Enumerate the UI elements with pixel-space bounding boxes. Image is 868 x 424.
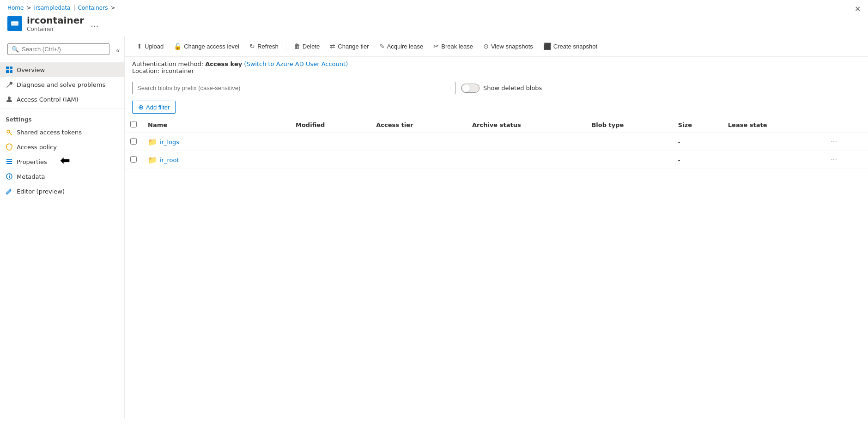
view-snapshots-label: View snapshots (491, 43, 533, 50)
row-checkbox-0[interactable] (130, 138, 137, 145)
sidebar-item-diagnose[interactable]: Diagnose and solve problems (0, 77, 124, 92)
row-menu-button-0[interactable]: ··· (828, 137, 840, 147)
acquire-lease-button[interactable]: ✎ Acquire lease (375, 40, 428, 53)
folder-icon-0: 📁 (148, 138, 157, 146)
svg-rect-4 (6, 70, 9, 73)
sidebar-item-metadata[interactable]: Metadata (0, 169, 124, 184)
location-value: ircontainer (162, 67, 194, 74)
sidebar: 🔍 « Overview Diagnose and solve problems (0, 36, 125, 418)
breadcrumb: Home > irsampledata | Containers > (0, 0, 868, 13)
snapshot-create-icon: ⬛ (543, 42, 551, 50)
row-modified-0 (290, 133, 370, 151)
search-input[interactable] (22, 46, 105, 53)
blob-table: Name Modified Access tier Archive status… (125, 117, 868, 169)
upload-icon: ⬆ (137, 42, 142, 50)
sidebar-item-properties[interactable]: Properties ⬅ (0, 154, 124, 169)
shield-icon (6, 143, 13, 151)
row-menu-button-1[interactable]: ··· (828, 155, 840, 165)
search-icon: 🔍 (12, 46, 19, 53)
sidebar-item-metadata-label: Metadata (17, 173, 45, 180)
svg-point-7 (7, 130, 10, 133)
upload-button[interactable]: ⬆ Upload (132, 40, 168, 53)
close-button[interactable]: ✕ (855, 5, 861, 13)
col-header-modified: Modified (290, 117, 370, 133)
table-row: 📁 ir_logs - ··· (125, 133, 868, 151)
sidebar-item-iam[interactable]: Access Control (IAM) (0, 92, 124, 107)
breadcrumb-sep2: > (110, 5, 115, 11)
sidebar-item-shared-access-tokens[interactable]: Shared access tokens (0, 125, 124, 139)
create-snapshot-button[interactable]: ⬛ Create snapshot (539, 40, 602, 53)
row-lease-state-1 (722, 151, 823, 169)
svg-rect-8 (6, 159, 12, 160)
table-header-row: Name Modified Access tier Archive status… (125, 117, 868, 133)
sidebar-item-iam-label: Access Control (IAM) (17, 96, 79, 103)
folder-icon-1: 📁 (148, 156, 157, 164)
arrow-annotation: ⬅ (60, 153, 70, 167)
sidebar-item-shared-access-tokens-label: Shared access tokens (17, 129, 82, 136)
svg-rect-1 (11, 22, 18, 23)
row-lease-state-0 (722, 133, 823, 151)
tier-icon: ⇄ (330, 42, 335, 50)
break-lease-button[interactable]: ✂ Break lease (429, 40, 478, 53)
location-label: Location: (132, 67, 159, 74)
collapse-button[interactable]: « (115, 46, 121, 55)
svg-rect-12 (9, 176, 10, 178)
delete-button[interactable]: 🗑 Delete (289, 40, 325, 53)
page-title: ircontainer (27, 15, 84, 26)
refresh-button[interactable]: ↻ Refresh (245, 40, 283, 53)
break-icon: ✂ (433, 42, 439, 50)
sidebar-item-access-policy[interactable]: Access policy (0, 139, 124, 154)
header-text-block: ircontainer Container (27, 15, 84, 32)
blob-search-input[interactable] (132, 82, 455, 94)
add-filter-button[interactable]: ⊕ Add filter (132, 101, 176, 114)
row-blob-type-1 (586, 151, 672, 169)
svg-rect-9 (6, 161, 12, 162)
row-menu-0: ··· (823, 133, 868, 151)
svg-rect-10 (6, 163, 12, 164)
svg-rect-5 (10, 70, 12, 73)
nav-divider (0, 109, 124, 109)
col-header-size: Size (673, 117, 722, 133)
row-size-1: - (673, 151, 722, 169)
sidebar-item-editor-label: Editor (preview) (17, 188, 65, 195)
row-access-tier-0 (370, 133, 467, 151)
delete-label: Delete (303, 43, 320, 50)
blob-search-row: Show deleted blobs (125, 78, 868, 98)
change-access-level-label: Change access level (184, 43, 239, 50)
upload-label: Upload (145, 43, 164, 50)
header-more-button[interactable]: ... (91, 19, 98, 29)
view-snapshots-button[interactable]: ⊙ View snapshots (479, 40, 538, 53)
row-access-tier-1 (370, 151, 467, 169)
auth-method: Access key (205, 61, 242, 67)
breadcrumb-account[interactable]: irsampledata (34, 5, 71, 11)
svg-rect-13 (9, 175, 10, 176)
settings-section-label: Settings (0, 111, 124, 125)
sidebar-item-editor[interactable]: Editor (preview) (0, 184, 124, 199)
toggle-knob (462, 85, 470, 92)
sidebar-item-overview[interactable]: Overview (0, 62, 124, 77)
refresh-label: Refresh (257, 43, 279, 50)
edit-icon (6, 188, 13, 195)
breadcrumb-home[interactable]: Home (7, 5, 24, 11)
row-name-text-1: ir_root (160, 157, 179, 164)
change-tier-label: Change tier (338, 43, 369, 50)
sidebar-item-properties-label: Properties (17, 158, 47, 165)
break-lease-label: Break lease (441, 43, 473, 50)
auth-switch-link[interactable]: (Switch to Azure AD User Account) (244, 61, 348, 67)
select-all-checkbox[interactable] (130, 121, 137, 127)
row-archive-status-1 (467, 151, 586, 169)
folder-link-ir-root[interactable]: 📁 ir_root (148, 156, 285, 164)
breadcrumb-pipe: | (73, 5, 75, 11)
acquire-lease-label: Acquire lease (387, 43, 424, 50)
key-icon (6, 128, 13, 136)
folder-link-ir-logs[interactable]: 📁 ir_logs (148, 138, 285, 146)
snapshot-view-icon: ⊙ (483, 42, 489, 50)
show-deleted-toggle[interactable] (461, 84, 480, 93)
row-checkbox-1[interactable] (130, 156, 137, 163)
breadcrumb-containers[interactable]: Containers (78, 5, 108, 11)
change-access-level-button[interactable]: 🔒 Change access level (169, 40, 244, 53)
sidebar-item-overview-label: Overview (17, 67, 45, 73)
row-modified-1 (290, 151, 370, 169)
acquire-icon: ✎ (379, 42, 385, 50)
change-tier-button[interactable]: ⇄ Change tier (325, 40, 373, 53)
